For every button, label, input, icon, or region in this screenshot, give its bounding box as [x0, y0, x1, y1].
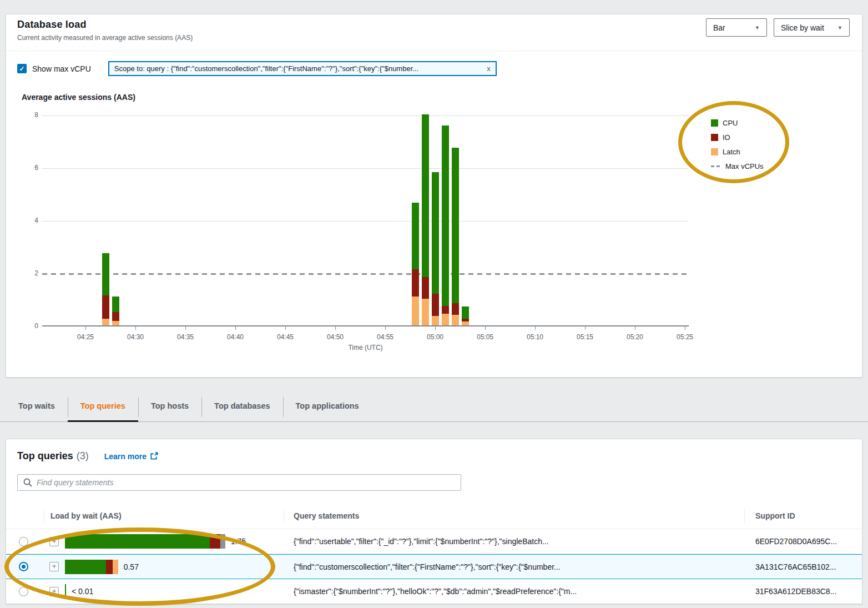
- query-statement[interactable]: {"find":"customerscollection","filter":{…: [294, 562, 561, 571]
- x-tick-mark: [385, 326, 386, 330]
- top-queries-title: Top queries: [17, 450, 73, 462]
- row-radio[interactable]: [19, 562, 28, 571]
- table-row[interactable]: + < 0.01 {"ismaster":{"$numberInt":"?"},…: [6, 579, 862, 604]
- tab-top-queries[interactable]: Top queries: [68, 389, 138, 421]
- x-tick-mark: [485, 326, 486, 330]
- chart-bar-segment[interactable]: [412, 297, 419, 325]
- slice-by-select[interactable]: Slice by wait ▼: [774, 18, 850, 37]
- y-tick-label: 8: [23, 111, 38, 119]
- panel-header: Database load Current activity measured …: [6, 14, 862, 51]
- load-bar-segment-cpu: [65, 534, 210, 549]
- legend-item: Max vCPUs: [711, 162, 764, 170]
- row-radio[interactable]: [19, 587, 28, 596]
- chart-type-select[interactable]: Bar ▼: [706, 18, 767, 37]
- tab-label: Top queries: [80, 401, 125, 410]
- gridline: [42, 115, 689, 116]
- chevron-down-icon: ▼: [837, 25, 842, 31]
- chart-bar-segment[interactable]: [452, 315, 459, 325]
- chart-bar-segment[interactable]: [442, 125, 449, 306]
- load-bar-segment-other: [220, 534, 225, 549]
- legend-label: Latch: [723, 148, 740, 156]
- column-header-load: Load by wait (AAS): [44, 503, 284, 529]
- load-value: < 0.01: [72, 587, 93, 596]
- scope-filter-tag: Scope to: query : {"find":"customerscoll…: [108, 61, 497, 76]
- support-id: 6E0FD2708D0A695C...: [744, 537, 862, 546]
- expand-row-icon[interactable]: +: [49, 587, 59, 596]
- chart-bar-segment[interactable]: [112, 312, 119, 321]
- chart-bar-segment[interactable]: [462, 306, 469, 319]
- legend-item: IO: [711, 133, 764, 141]
- tab-label: Top waits: [18, 401, 55, 410]
- tab-top-databases[interactable]: Top databases: [201, 389, 282, 421]
- legend-label: CPU: [723, 119, 738, 127]
- tab-label: Top hosts: [151, 401, 189, 410]
- database-load-panel: Database load Current activity measured …: [6, 14, 862, 378]
- show-max-vcpu-label: Show max vCPU: [32, 64, 91, 73]
- chart-bar-segment[interactable]: [462, 321, 469, 325]
- chart-bar-segment[interactable]: [422, 114, 429, 277]
- expand-row-icon[interactable]: +: [49, 562, 59, 571]
- search-icon: [23, 478, 32, 487]
- tab-bar: Top waitsTop queriesTop hostsTop databas…: [0, 389, 868, 422]
- show-max-vcpu-checkbox[interactable]: ✓: [17, 64, 27, 73]
- table-row[interactable]: + 0.57 {"find":"customerscollection","fi…: [6, 554, 862, 579]
- top-queries-count: (3): [77, 450, 89, 462]
- load-bar-segment-latch: [113, 560, 118, 574]
- chart-bar-segment[interactable]: [442, 314, 449, 325]
- external-link-icon: [150, 452, 158, 460]
- load-bar-segment-io: [210, 534, 221, 549]
- table-header-row: Load by wait (AAS) Query statements Supp…: [6, 503, 862, 529]
- max-vcpus-line: [42, 273, 689, 275]
- x-tick-label: 04:40: [219, 333, 252, 341]
- search-input[interactable]: [37, 478, 455, 487]
- load-bar: [65, 534, 225, 549]
- legend-label: Max vCPUs: [725, 162, 764, 170]
- legend-item: Latch: [711, 148, 764, 155]
- x-tick-label: 05:25: [668, 333, 702, 341]
- x-tick-mark: [535, 326, 536, 330]
- dismiss-filter-icon[interactable]: x: [487, 64, 491, 73]
- chart-bar-segment[interactable]: [452, 303, 459, 315]
- tab-top-hosts[interactable]: Top hosts: [138, 389, 201, 421]
- x-tick-label: 04:30: [119, 333, 152, 341]
- tab-top-waits[interactable]: Top waits: [6, 389, 68, 421]
- learn-more-link[interactable]: Learn more: [104, 452, 158, 461]
- chart-bar-segment[interactable]: [442, 306, 449, 314]
- chart-bar-segment[interactable]: [432, 294, 439, 316]
- row-radio[interactable]: [19, 537, 28, 546]
- x-tick-mark: [585, 326, 586, 330]
- chart-bar-segment[interactable]: [432, 316, 439, 325]
- chart-bar-segment[interactable]: [112, 297, 119, 312]
- chart-bar-segment[interactable]: [412, 269, 419, 297]
- chart-bar-segment[interactable]: [462, 319, 469, 321]
- x-tick-label: 04:55: [369, 333, 402, 341]
- y-tick-label: 6: [23, 164, 38, 172]
- tab-top-applications[interactable]: Top applications: [283, 389, 372, 421]
- top-queries-table: Load by wait (AAS) Query statements Supp…: [6, 503, 862, 604]
- support-id: 31F63A612DEB83C8...: [744, 587, 862, 596]
- cpu-legend-swatch-icon: [711, 119, 718, 127]
- learn-more-label: Learn more: [104, 452, 147, 461]
- chart-bar-segment[interactable]: [102, 253, 109, 295]
- x-tick-mark: [635, 326, 635, 330]
- expand-row-icon[interactable]: +: [49, 537, 59, 546]
- x-tick-label: 05:05: [468, 333, 502, 341]
- x-tick-label: 04:45: [269, 333, 302, 341]
- chart-bar-segment[interactable]: [452, 148, 459, 303]
- chart-bar-segment[interactable]: [422, 277, 429, 299]
- query-statement[interactable]: {"ismaster":{"$numberInt":"?"},"helloOk"…: [294, 587, 577, 596]
- load-bar-segment-io: [106, 560, 113, 574]
- chart-bar-segment[interactable]: [102, 319, 109, 325]
- slice-by-select-value: Slice by wait: [781, 23, 824, 32]
- chart-bar-segment[interactable]: [432, 172, 439, 294]
- tab-label: Top applications: [296, 401, 359, 410]
- query-statement[interactable]: {"find":"usertable","filter":{"_id":"?"}…: [294, 537, 549, 546]
- table-row[interactable]: + 1.75 {"find":"usertable","filter":{"_i…: [6, 529, 862, 554]
- chart-bar-segment[interactable]: [102, 295, 109, 319]
- chevron-down-icon: ▼: [755, 25, 760, 31]
- tab-label: Top databases: [214, 401, 270, 410]
- chart-bar-segment[interactable]: [112, 321, 119, 325]
- chart-bar-segment[interactable]: [422, 299, 429, 325]
- chart-bar-segment[interactable]: [412, 203, 419, 269]
- chart-plot: 04:2504:3004:3504:4004:4504:5004:5505:00…: [42, 115, 689, 326]
